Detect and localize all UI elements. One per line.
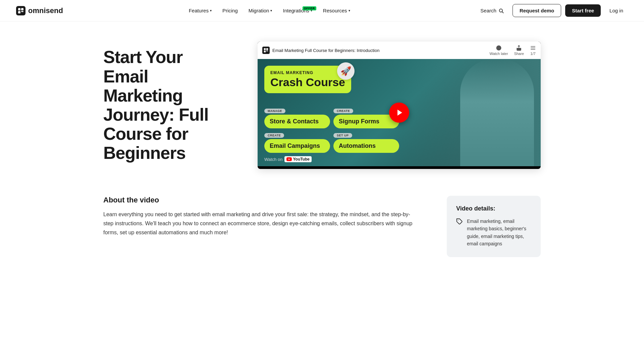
details-tags-text: Email marketing, email marketing basics,… — [467, 218, 531, 248]
request-demo-button[interactable]: Request demo — [513, 4, 561, 17]
hero-section: Start Your Email Marketing Journey: Full… — [103, 42, 541, 169]
btn-category-setup: SET UP — [333, 133, 352, 138]
btn-group-manage: MANAGE Store & Contacts — [264, 107, 330, 128]
about-title: About the video — [103, 196, 420, 204]
watch-on-youtube: Watch on YouTube — [264, 156, 312, 162]
start-free-button[interactable]: Start free — [565, 4, 601, 17]
below-fold-section: About the video Learn everything you nee… — [103, 196, 541, 257]
video-player[interactable]: Email Marketing Full Course for Beginner… — [258, 42, 541, 169]
about-description: Learn everything you need to get started… — [103, 210, 420, 237]
search-icon — [498, 8, 504, 13]
svg-line-5 — [502, 12, 503, 13]
playlist-button[interactable]: 1/7 — [530, 45, 536, 56]
logo-svg — [18, 8, 24, 14]
rocket-icon: 🚀 — [337, 62, 355, 80]
nav-item-integrations[interactable]: OFFER Integrations ▾ — [278, 5, 317, 16]
btn-category-email: CREATE — [264, 133, 284, 138]
crash-course-title: Crash Course — [270, 76, 345, 88]
btn-group-email: CREATE Email Campaigns — [264, 132, 330, 153]
svg-rect-8 — [264, 51, 266, 52]
crash-course-label: EMAIL MARKETING — [270, 70, 345, 75]
logo-icon — [16, 6, 25, 15]
nav-item-pricing[interactable]: Pricing — [218, 5, 243, 16]
page-title: Start Your Email Marketing Journey: Full… — [103, 48, 231, 163]
main-content: Start Your Email Marketing Journey: Full… — [87, 21, 557, 277]
search-button[interactable]: Search — [476, 5, 508, 16]
video-buttons-grid: MANAGE Store & Contacts CREATE Signup Fo… — [264, 107, 399, 153]
logo[interactable]: omnisend — [16, 6, 63, 15]
details-card-title: Video details: — [456, 205, 531, 212]
offer-badge: OFFER — [303, 6, 316, 10]
btn-automations: Automations — [333, 139, 399, 153]
btn-group-automations: SET UP Automations — [333, 132, 399, 153]
hero-text: Start Your Email Marketing Journey: Full… — [103, 48, 231, 163]
chevron-down-icon: ▾ — [270, 9, 272, 12]
video-logo-icon — [262, 47, 270, 54]
list-icon — [530, 45, 536, 51]
share-icon — [516, 45, 522, 51]
btn-store-contacts: Store & Contacts — [264, 115, 330, 128]
play-icon — [396, 109, 404, 117]
details-tags-item: Email marketing, email marketing basics,… — [456, 218, 531, 248]
about-section: About the video Learn everything you nee… — [103, 196, 420, 257]
site-header: omnisend Features ▾ Pricing Migration ▾ … — [0, 0, 644, 21]
btn-signup-forms: Signup Forms — [333, 115, 399, 128]
video-header-actions: Watch later Share 1/7 — [489, 45, 536, 56]
youtube-icon — [286, 157, 292, 161]
logo-text: omnisend — [28, 6, 63, 15]
tag-icon — [456, 218, 463, 225]
svg-rect-3 — [21, 11, 23, 12]
youtube-badge: YouTube — [284, 156, 312, 162]
video-counter: 1/7 — [530, 52, 535, 56]
video-header-bar: Email Marketing Full Course for Beginner… — [258, 42, 541, 59]
nav-item-resources[interactable]: Resources ▾ — [318, 5, 355, 16]
svg-rect-0 — [18, 8, 20, 10]
svg-rect-6 — [264, 48, 266, 50]
svg-rect-9 — [266, 51, 268, 51]
svg-rect-2 — [18, 11, 20, 13]
header-actions: Search Request demo Start free Log in — [476, 4, 628, 17]
chevron-down-icon: ▾ — [210, 9, 212, 12]
nav-item-migration[interactable]: Migration ▾ — [244, 5, 277, 16]
video-title: Email Marketing Full Course for Beginner… — [272, 48, 379, 53]
svg-marker-15 — [397, 110, 402, 116]
main-nav: Features ▾ Pricing Migration ▾ OFFER Int… — [184, 5, 355, 16]
play-button[interactable] — [389, 103, 409, 123]
person-area — [399, 59, 541, 166]
clock-icon — [496, 45, 502, 51]
person-silhouette — [460, 59, 534, 166]
btn-category-create: CREATE — [333, 109, 353, 113]
svg-rect-1 — [21, 8, 23, 10]
nav-item-features[interactable]: Features ▾ — [184, 5, 216, 16]
watch-later-button[interactable]: Watch later — [489, 45, 508, 56]
login-button[interactable]: Log in — [605, 5, 628, 16]
video-header-left: Email Marketing Full Course for Beginner… — [262, 47, 379, 54]
btn-email-campaigns: Email Campaigns — [264, 139, 330, 153]
video-body: EMAIL MARKETING Crash Course 🚀 MANAGE St… — [258, 59, 541, 166]
btn-category-manage: MANAGE — [264, 109, 285, 113]
share-button[interactable]: Share — [514, 45, 524, 56]
crash-course-box: EMAIL MARKETING Crash Course 🚀 — [264, 66, 351, 93]
svg-rect-7 — [266, 48, 268, 50]
video-details-card: Video details: Email marketing, email ma… — [447, 196, 541, 257]
chevron-down-icon: ▾ — [348, 9, 350, 12]
